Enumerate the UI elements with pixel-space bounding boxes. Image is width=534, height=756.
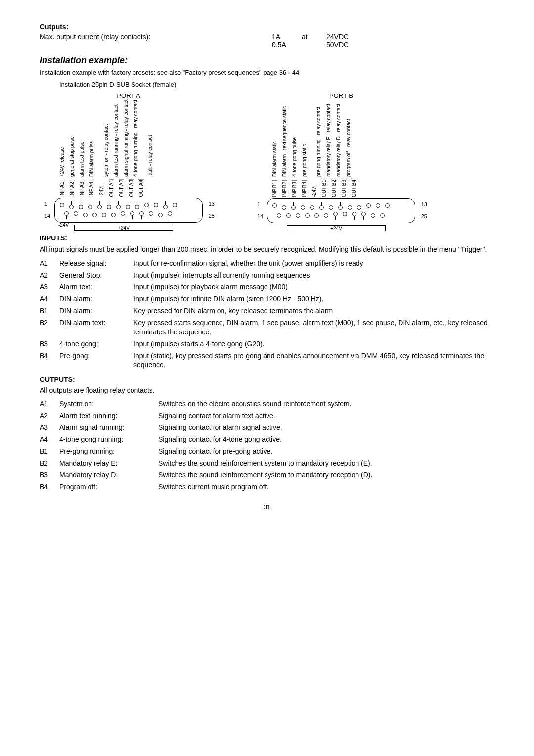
table-row: B34-tone gong:Input (impulse) starts a 4… <box>40 339 494 349</box>
pin-tag: INP B4 <box>302 181 307 197</box>
table-row: A3Alarm signal running:Signaling contact… <box>40 423 494 432</box>
sig-label: mandatory relay E - relay contact <box>326 102 331 177</box>
pin-tag: OUT A4 <box>138 179 144 197</box>
port-b-signal-labels: DIN alarm static DIN alarm - text sequen… <box>272 102 430 177</box>
page-number: 31 <box>40 503 494 511</box>
busbar-24v: +24V <box>287 225 386 231</box>
spec-blank <box>302 41 321 48</box>
sig-label: pre gong static <box>302 102 307 177</box>
spec-50v: 50VDC <box>326 41 349 48</box>
table-row: B1Pre-gong running:Signaling contact for… <box>40 447 494 456</box>
sig-label: DIN alarm static <box>272 102 277 177</box>
inputs-intro: All input signals must be applied longer… <box>40 245 494 254</box>
outputs-heading: Outputs: <box>40 23 494 31</box>
sig-label: pre gong running - relay contact <box>316 102 321 177</box>
outputs2-heading: OUTPUTS: <box>40 376 494 383</box>
table-row: B4Program off:Switches current music pro… <box>40 482 494 492</box>
pin-tag: -24V <box>312 186 317 197</box>
sig-label: sytem on - relay contact <box>103 102 109 177</box>
table-row: B3Mandatory relay D:Switches the sound r… <box>40 471 494 480</box>
pin-13-label: 13 <box>421 201 427 207</box>
port-b-diagram: PORT B DIN alarm static DIN alarm - text… <box>252 92 430 231</box>
pin-tag: OUT B4 <box>351 179 356 197</box>
sig-label: +24V release <box>59 102 65 177</box>
spec-at: at <box>302 33 321 41</box>
sig-label: 4-tone gong pulse <box>292 102 297 177</box>
table-row: A2General Stop:Input (impulse); interrup… <box>40 271 494 280</box>
pin-tag: INP A2 <box>69 181 75 197</box>
table-row: A1Release signal:Input for re-confirmati… <box>40 259 494 268</box>
install-example-line: Installation example with factory preset… <box>40 69 494 77</box>
pin-tag: OUT A2 <box>119 179 124 197</box>
pin-tag: INP A1 <box>59 181 65 197</box>
sig-label: fault - relay contact <box>147 102 153 177</box>
pin-tag: OUT B2 <box>331 179 337 197</box>
port-a-title: PORT A <box>40 92 218 99</box>
port-a-pin-tags: INP A1 INP A2 INP A3 INP A4 -24V OUT A1 … <box>59 179 218 197</box>
neg24v-tag: -24V <box>58 222 69 228</box>
pin-25-label: 25 <box>421 213 427 219</box>
spec-24v: 24VDC <box>326 33 349 41</box>
pin-tag: OUT A1 <box>109 179 114 197</box>
pin-tag: OUT A3 <box>129 179 134 197</box>
pin-tag: INP A4 <box>89 181 94 197</box>
busbar-24v: +24V <box>74 225 173 231</box>
table-row: B2DIN alarm text:Key pressed starts sequ… <box>40 318 494 337</box>
table-row: A1System on:Switches on the electro acou… <box>40 399 494 409</box>
sig-label: DIN alarm - text sequence static <box>282 102 287 177</box>
spec-1a: 1A <box>272 33 297 41</box>
pin-1-label: 1 <box>44 201 47 207</box>
install-caption: Installation 25pin D-SUB Socket (female) <box>59 81 494 88</box>
table-row: A44-tone gong running:Signaling contact … <box>40 435 494 444</box>
table-row: B1DIN alarm:Key pressed for DIN alarm on… <box>40 306 494 316</box>
pin-tag: INP B3 <box>292 181 297 197</box>
sig-label: alarm signal running - relay contact <box>123 102 129 177</box>
pin-14-label: 14 <box>44 213 50 219</box>
diagram-wrap: PORT A +24V release general stop pulse a… <box>40 92 494 231</box>
inputs-heading: INPUTS: <box>40 234 494 242</box>
pin-tag: -24V <box>99 186 104 197</box>
outputs-intro: All outputs are floating relay contacts. <box>40 386 494 394</box>
pin-tag: INP B1 <box>272 181 277 197</box>
table-row: A3Alarm text:Input (impulse) for playbac… <box>40 283 494 292</box>
pin-tag: INP A3 <box>79 181 85 197</box>
dsub-socket <box>54 198 203 223</box>
sig-label: mandatory relay D - relay contact <box>336 102 341 177</box>
dsub-socket <box>267 198 415 223</box>
port-b-title: PORT B <box>252 92 430 99</box>
pin-1-label: 1 <box>257 201 260 207</box>
spec-05a: 0.5A <box>272 41 297 48</box>
port-a-diagram: PORT A +24V release general stop pulse a… <box>40 92 218 231</box>
pin-tag: OUT B1 <box>321 179 327 197</box>
sig-label: 4-tone gong running - relay contact <box>133 102 138 177</box>
table-row: A4DIN alarm:Input (impulse) for infinite… <box>40 294 494 304</box>
spec-label: Max. output current (relay contacts): <box>40 33 272 48</box>
inputs-table: A1Release signal:Input for re-confirmati… <box>40 259 494 370</box>
pin-tag: OUT B3 <box>341 179 347 197</box>
sig-label: alarm text running - relay contact <box>113 102 119 177</box>
table-row: B4Pre-gong:Input (static), key pressed s… <box>40 351 494 370</box>
port-b-pin-tags: INP B1 INP B2 INP B3 INP B4 -24V OUT B1 … <box>272 179 430 197</box>
sig-label: program off - relay contact <box>346 102 351 177</box>
pin-25-label: 25 <box>209 213 215 219</box>
table-row: A2Alarm text running:Signaling contact f… <box>40 411 494 421</box>
install-example-heading: Installation example: <box>40 55 494 66</box>
outputs-table: A1System on:Switches on the electro acou… <box>40 399 494 491</box>
port-a-signal-labels: +24V release general stop pulse alarm te… <box>59 102 218 177</box>
sig-label: DIN alarm pulse <box>89 102 94 177</box>
pin-13-label: 13 <box>209 201 215 207</box>
pin-tag: INP B2 <box>282 181 287 197</box>
pin-14-label: 14 <box>257 213 263 219</box>
sig-label: general stop pulse <box>69 102 75 177</box>
table-row: B2Mandatory relay E:Switches the sound r… <box>40 459 494 468</box>
sig-label: alarm text pulse <box>79 102 85 177</box>
